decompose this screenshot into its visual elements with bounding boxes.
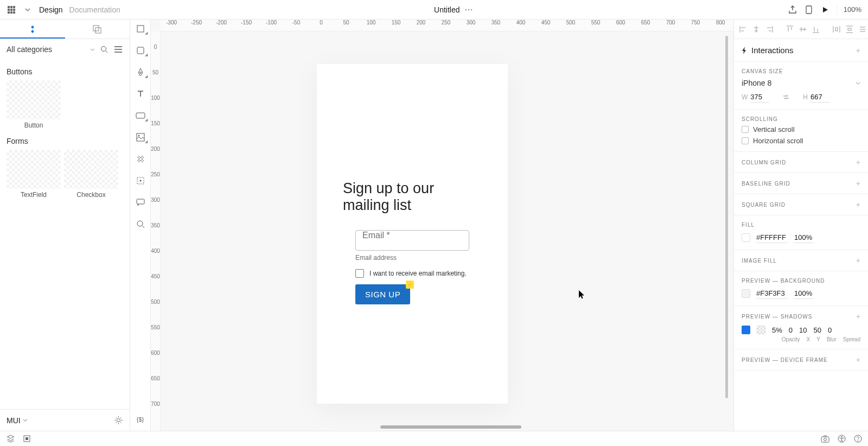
signup-button[interactable]: SIGN UP⚡: [355, 284, 410, 304]
svg-rect-6: [8, 11, 10, 14]
fill-swatch[interactable]: [742, 233, 750, 242]
canvas-preset-dropdown[interactable]: iPhone 8: [742, 79, 860, 87]
svg-rect-20: [136, 113, 145, 118]
shadow-opacity-field[interactable]: 5%: [772, 326, 782, 334]
align-top-icon[interactable]: [785, 24, 795, 34]
tool-slot[interactable]: [135, 175, 146, 187]
add-shadow[interactable]: +: [856, 313, 860, 320]
align-left-icon[interactable]: [738, 24, 748, 34]
preview-bg-opacity-field[interactable]: 100%: [794, 288, 813, 299]
swap-icon[interactable]: [781, 92, 791, 102]
shadow-spread-field[interactable]: 0: [828, 326, 832, 334]
tool-text[interactable]: [135, 88, 146, 100]
device-icon[interactable]: [804, 5, 814, 15]
tool-search[interactable]: [135, 218, 146, 230]
shadow-y-field[interactable]: 10: [799, 326, 807, 334]
camera-icon[interactable]: [820, 434, 830, 444]
fill-hex-field[interactable]: #FFFFFF: [756, 232, 788, 243]
add-device-frame[interactable]: +: [856, 356, 860, 364]
email-field[interactable]: Email *: [355, 230, 469, 251]
canvas-width-field[interactable]: W375: [742, 92, 769, 103]
document-title[interactable]: Untitled: [434, 5, 459, 14]
canvas-height-field[interactable]: H667: [803, 92, 829, 103]
fill-opacity-field[interactable]: 100%: [794, 232, 813, 243]
vscroll-checkbox[interactable]: [742, 126, 749, 133]
distribute-space-icon[interactable]: [858, 24, 867, 34]
help-icon[interactable]: [853, 434, 863, 444]
tool-button[interactable]: ◢: [135, 110, 146, 122]
canvas-size-title: CANVAS SIZE: [742, 68, 860, 74]
shadow-color-swatch[interactable]: [757, 326, 765, 334]
left-tab-components[interactable]: [0, 20, 65, 39]
column-grid-title: COLUMN GRID: [742, 160, 786, 165]
category-forms: Forms: [7, 137, 123, 145]
accessibility-icon[interactable]: [837, 434, 846, 444]
shadow-x-field[interactable]: 0: [789, 326, 793, 334]
svg-point-34: [857, 441, 858, 442]
ruler-horizontal: -300-250-200-150-100-5005010015020025030…: [161, 20, 733, 31]
category-label: All categories: [7, 45, 52, 54]
ruler-vertical: 0501001502002503003504004505005506006507…: [151, 31, 161, 431]
more-icon[interactable]: [464, 5, 474, 15]
export-icon[interactable]: [788, 5, 797, 15]
add-baseline-grid[interactable]: +: [856, 180, 860, 187]
shadow-blur-field[interactable]: 50: [814, 326, 821, 334]
list-view-icon[interactable]: [113, 44, 123, 54]
marketing-label: I want to receive email marketing.: [369, 270, 467, 277]
component-thumb-textfield[interactable]: [7, 150, 61, 189]
svg-point-32: [841, 436, 842, 437]
app-grid-icon[interactable]: [7, 5, 16, 15]
signup-label: SIGN UP: [365, 290, 400, 299]
tool-comment[interactable]: [135, 196, 146, 208]
add-interaction[interactable]: +: [856, 47, 860, 54]
svg-point-15: [101, 47, 106, 52]
frame-iphone8[interactable]: Sign up to our mailing list Email * Emai…: [317, 64, 508, 404]
toolstrip: ◢ ◢ ◢ ◢ ◢ {$}: [130, 20, 151, 431]
tab-design[interactable]: Design: [39, 5, 63, 14]
gear-icon[interactable]: [113, 416, 123, 425]
preview-shadows-title: PREVIEW — SHADOWS: [742, 314, 812, 320]
align-hcenter-icon[interactable]: [751, 24, 761, 34]
scrollbar-vertical[interactable]: [725, 36, 728, 398]
add-image-fill[interactable]: +: [856, 257, 860, 264]
svg-rect-21: [137, 133, 144, 141]
shadow-blur-lbl: Blur: [827, 336, 837, 342]
tool-variables[interactable]: {$}: [135, 413, 146, 425]
artboard-icon[interactable]: [22, 434, 31, 444]
canvas[interactable]: -300-250-200-150-100-5005010015020025030…: [151, 20, 733, 431]
layers-icon[interactable]: [5, 434, 15, 444]
align-bottom-icon[interactable]: [811, 24, 821, 34]
tab-documentation[interactable]: Documentation: [69, 5, 120, 14]
play-icon[interactable]: [820, 5, 830, 15]
chevron-down-icon[interactable]: [23, 5, 33, 15]
svg-point-30: [824, 438, 827, 441]
add-square-grid[interactable]: +: [856, 201, 860, 208]
hscroll-checkbox[interactable]: [742, 137, 749, 144]
shadow-enabled-checkbox[interactable]: [742, 326, 750, 334]
component-thumb-checkbox[interactable]: [64, 150, 118, 189]
distribute-v-icon[interactable]: [845, 24, 854, 34]
align-right-icon[interactable]: [764, 24, 774, 34]
category-dropdown[interactable]: All categories: [7, 45, 95, 54]
preview-bg-hex-field[interactable]: #F3F3F3: [756, 288, 788, 299]
hscroll-label: Horizontal scroll: [753, 137, 803, 145]
preview-bg-swatch[interactable]: [742, 289, 750, 298]
tool-shape[interactable]: ◢: [135, 44, 146, 56]
library-dropdown[interactable]: MUI: [7, 416, 28, 425]
tool-pen[interactable]: ◢: [135, 66, 146, 78]
scrollbar-horizontal[interactable]: [380, 425, 521, 429]
tool-component[interactable]: [135, 153, 146, 165]
tool-frame[interactable]: ◢: [135, 23, 146, 35]
search-icon[interactable]: [99, 44, 109, 54]
interaction-badge-icon: ⚡: [406, 281, 414, 289]
add-column-grid[interactable]: +: [856, 158, 860, 166]
tool-image[interactable]: ◢: [135, 131, 146, 143]
component-label-button: Button: [7, 122, 61, 129]
marketing-checkbox[interactable]: [355, 269, 364, 278]
component-thumb-button[interactable]: [7, 80, 61, 119]
category-buttons: Buttons: [7, 67, 123, 76]
distribute-h-icon[interactable]: [832, 24, 841, 34]
align-vcenter-icon[interactable]: [798, 24, 808, 34]
zoom-level[interactable]: 100%: [844, 5, 861, 14]
left-tab-elements[interactable]: [65, 20, 130, 39]
